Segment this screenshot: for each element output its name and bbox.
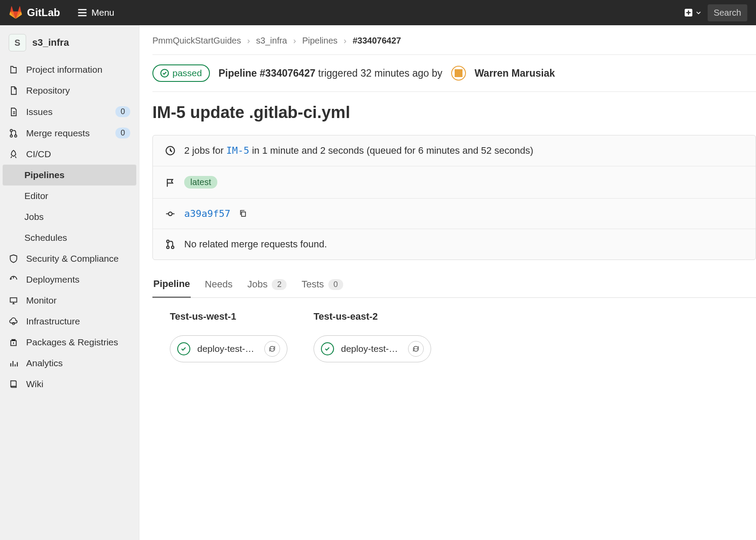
crumb-current: #334076427 <box>353 36 401 46</box>
chevron-down-icon <box>695 10 702 16</box>
issues-icon <box>9 107 18 117</box>
cloud-gear-icon <box>9 317 18 326</box>
sidebar-sub-schedules[interactable]: Schedules <box>0 227 139 248</box>
sidebar-item-issues[interactable]: Issues 0 <box>0 101 139 122</box>
project-avatar: S <box>9 34 26 51</box>
deploy-icon <box>9 275 18 284</box>
package-icon <box>9 338 18 347</box>
svg-rect-10 <box>242 212 246 216</box>
job-pill-east[interactable]: deploy-test-u… <box>314 335 431 362</box>
merge-requests-row: No related merge requests found. <box>153 229 756 260</box>
stage-name: Test-us-west-1 <box>170 311 287 322</box>
project-name: s3_infra <box>32 37 69 48</box>
commit-row: a39a9f57 <box>153 199 756 229</box>
sidebar-sub-editor[interactable]: Editor <box>0 186 139 206</box>
sidebar-sub-jobs[interactable]: Jobs <box>0 206 139 227</box>
breadcrumbs: PmmQuickStartGuides › s3_infra › Pipelin… <box>152 36 756 55</box>
pipeline-header: passed Pipeline #334076427 triggered 32 … <box>152 64 756 92</box>
chart-icon <box>9 358 18 368</box>
sidebar-item-packages[interactable]: Packages & Registries <box>0 332 139 353</box>
tags-row: latest <box>153 166 756 199</box>
svg-point-1 <box>10 129 13 132</box>
latest-tag: latest <box>184 176 217 189</box>
project-header[interactable]: S s3_infra <box>0 30 139 59</box>
sidebar: S s3_infra Project information Repositor… <box>0 25 139 540</box>
pipeline-info-box: 2 jobs for IM-5 in 1 minute and 2 second… <box>152 135 756 260</box>
sidebar-item-merge-requests[interactable]: Merge requests 0 <box>0 122 139 144</box>
tab-pipeline[interactable]: Pipeline <box>152 274 191 298</box>
pipeline-stages: Test-us-west-1 deploy-test-u… Test-us-ea… <box>152 311 756 362</box>
page-title: IM-5 update .gitlab-ci.yml <box>152 103 756 122</box>
commit-icon <box>165 209 176 219</box>
svg-rect-4 <box>10 298 17 302</box>
book-icon <box>9 379 18 389</box>
user-avatar[interactable] <box>451 66 466 81</box>
stage-west: Test-us-west-1 deploy-test-u… <box>170 311 287 362</box>
sidebar-item-project-information[interactable]: Project information <box>0 59 139 80</box>
crumb-project[interactable]: s3_infra <box>256 36 287 46</box>
job-success-icon <box>177 342 190 355</box>
sidebar-item-deployments[interactable]: Deployments <box>0 269 139 290</box>
tab-needs[interactable]: Needs <box>204 274 233 297</box>
user-name[interactable]: Warren Marusiak <box>475 68 555 79</box>
gitlab-logo[interactable]: GitLab <box>9 6 60 20</box>
menu-button[interactable]: Menu <box>78 7 115 18</box>
pipeline-trigger-text: Pipeline #334076427 triggered 32 minutes… <box>219 68 442 79</box>
tab-jobs[interactable]: Jobs2 <box>246 274 288 297</box>
merge-icon <box>9 128 18 138</box>
issues-badge: 0 <box>115 106 130 117</box>
merge-request-icon <box>165 239 176 250</box>
flag-icon <box>165 177 176 188</box>
svg-point-12 <box>167 246 169 249</box>
svg-point-13 <box>172 246 174 249</box>
sidebar-item-security[interactable]: Security & Compliance <box>0 248 139 269</box>
commit-sha[interactable]: a39a9f57 <box>184 208 230 219</box>
svg-point-2 <box>10 135 13 137</box>
sidebar-item-wiki[interactable]: Wiki <box>0 374 139 395</box>
sidebar-item-repository[interactable]: Repository <box>0 80 139 101</box>
monitor-icon <box>9 296 18 305</box>
brand-text: GitLab <box>27 7 60 19</box>
search-button[interactable]: Search <box>708 4 747 21</box>
stage-name: Test-us-east-2 <box>314 311 431 322</box>
project-icon <box>9 65 18 74</box>
pipeline-status-badge[interactable]: passed <box>152 64 210 82</box>
sidebar-item-cicd[interactable]: CI/CD <box>0 144 139 165</box>
rocket-icon <box>9 149 18 159</box>
sidebar-item-infrastructure[interactable]: Infrastructure <box>0 311 139 332</box>
svg-point-9 <box>169 212 172 215</box>
file-icon <box>9 86 18 95</box>
main-content: PmmQuickStartGuides › s3_infra › Pipelin… <box>139 25 756 540</box>
gitlab-fox-icon <box>9 6 23 20</box>
plus-square-icon <box>684 8 693 17</box>
sidebar-item-monitor[interactable]: Monitor <box>0 290 139 311</box>
copy-sha-button[interactable] <box>239 209 248 218</box>
retry-button[interactable] <box>408 341 424 357</box>
new-dropdown[interactable] <box>684 8 702 17</box>
sidebar-item-analytics[interactable]: Analytics <box>0 353 139 374</box>
top-navbar: GitLab Menu Search <box>0 0 756 25</box>
clock-icon <box>165 145 176 156</box>
mr-badge: 0 <box>115 128 130 138</box>
retry-button[interactable] <box>264 341 280 357</box>
stage-east: Test-us-east-2 deploy-test-u… <box>314 311 431 362</box>
job-pill-west[interactable]: deploy-test-u… <box>170 335 287 362</box>
crumb-pipelines[interactable]: Pipelines <box>302 36 338 46</box>
job-success-icon <box>321 342 334 355</box>
hamburger-icon <box>78 8 87 17</box>
svg-point-3 <box>15 135 17 137</box>
jobs-summary-row: 2 jobs for IM-5 in 1 minute and 2 second… <box>153 135 756 166</box>
sidebar-sub-pipelines[interactable]: Pipelines <box>3 165 136 186</box>
pipeline-tabs: Pipeline Needs Jobs2 Tests0 <box>152 274 756 298</box>
tab-tests[interactable]: Tests0 <box>300 274 344 297</box>
svg-point-5 <box>13 323 15 325</box>
shield-icon <box>9 254 18 263</box>
svg-point-11 <box>167 240 169 243</box>
crumb-group[interactable]: PmmQuickStartGuides <box>152 36 241 46</box>
check-circle-icon <box>160 69 169 78</box>
branch-link[interactable]: IM-5 <box>226 145 250 156</box>
